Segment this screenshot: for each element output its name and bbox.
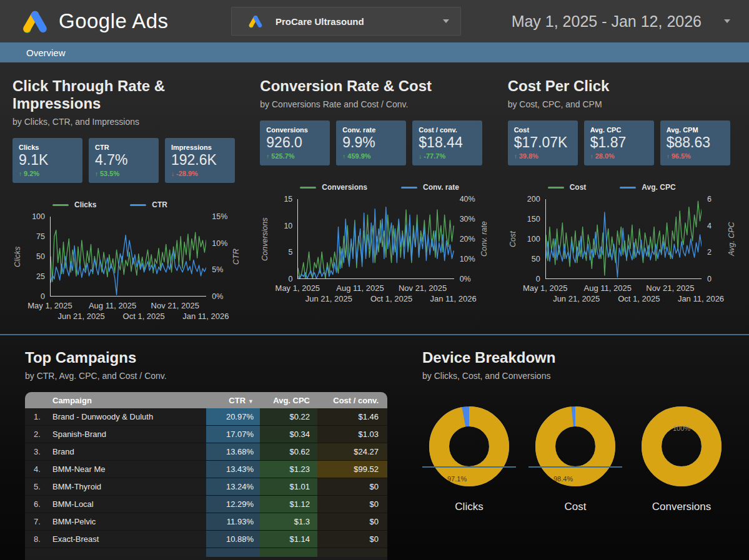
x-axis-tick-label: Aug 11, 2025 — [89, 301, 136, 310]
delta-arrow-icon: ↓ — [419, 153, 422, 160]
table-header-row: Campaign CTR▼ Avg. CPC Cost / conv. — [25, 392, 387, 408]
scorecard-label: Cost — [514, 126, 572, 134]
x-axis-tick-label: Jun 21, 2025 — [57, 312, 104, 321]
row-rank: 1. — [25, 412, 52, 421]
x-axis-tick-label: Nov 21, 2025 — [399, 283, 447, 293]
sort-desc-icon: ▼ — [248, 398, 254, 405]
tab-overview[interactable]: Overview — [26, 47, 66, 58]
x-axis-tick-label: Jun 21, 2025 — [305, 294, 352, 303]
scorecard-value: 192.6K — [171, 152, 229, 169]
left-axis-title: Clicks — [12, 217, 22, 297]
chart-plot-area[interactable] — [297, 199, 454, 279]
table-row[interactable]: 7. BMM-Pelvic 11.93% $1.3 $0 — [25, 513, 387, 531]
scorecards: Cost $17.07K ↑39.8% Avg. CPC $1.87 ↑28.0… — [508, 120, 737, 165]
account-selector[interactable]: ProCare Ultrasound — [231, 7, 461, 36]
scorecard-delta: ↓-28.9% — [171, 170, 229, 177]
section-title: Cost Per Click — [508, 77, 737, 95]
axis-tick-label: 20% — [460, 235, 475, 243]
ctr-column-header[interactable]: CTR▼ — [206, 396, 260, 405]
legend-swatch — [401, 187, 417, 189]
axis-tick-label: 0% — [212, 292, 223, 301]
x-axis-tick-label: May 1, 2025 — [275, 283, 320, 293]
scorecard: Cost $17.07K ↑39.8% — [508, 120, 578, 165]
table-row[interactable]: 5. BMM-Thyroid 13.24% $1.01 $0 — [25, 478, 387, 496]
axis-tick-label: 75 — [36, 232, 45, 241]
table-row[interactable]: 4. BMM-Near Me 13.43% $1.23 $99.52 — [25, 461, 387, 478]
delta-value: 525.7% — [271, 152, 294, 160]
chart-legend: ConversionsConv. rate — [300, 183, 489, 192]
google-ads-logo-icon — [248, 14, 263, 29]
axis-tick-label: 25 — [36, 272, 45, 281]
axis-tick-label: 0 — [536, 275, 540, 283]
axis-tick-label: 200 — [527, 195, 540, 204]
delta-arrow-icon: ↑ — [19, 170, 22, 177]
donut-metric-label: Conversions — [635, 501, 728, 513]
delta-arrow-icon: ↑ — [514, 153, 517, 160]
campaigns-table: Campaign CTR▼ Avg. CPC Cost / conv. 1. B… — [25, 392, 387, 560]
delta-value: 28.0% — [595, 152, 615, 160]
donut-chart: 98.4% Cost — [528, 400, 622, 513]
right-axis-title: Conv. rate — [479, 199, 489, 279]
left-axis-ticks: 151050 — [270, 199, 297, 279]
donut-plot[interactable]: 97.1% — [422, 400, 516, 493]
table-row[interactable]: 2. Spanish-Brand 17.07% $0.34 $1.03 — [25, 426, 387, 443]
right-axis-ticks: 15%10%5%0% — [206, 217, 231, 297]
scorecard-value: $18.44 — [419, 134, 476, 151]
scorecard-value: $88.63 — [667, 134, 724, 151]
section-subtitle: by CTR, Avg. CPC, and Cost / Conv. — [25, 371, 387, 381]
chevron-down-icon — [443, 19, 449, 23]
scorecards: Conversions 926.0 ↑525.7% Conv. rate 9.9… — [260, 120, 489, 165]
axis-tick-label: 15% — [212, 212, 227, 221]
table-row[interactable]: 3. Brand 13.68% $0.62 $24.27 — [25, 443, 387, 461]
scorecard: Avg. CPC $1.87 ↑28.0% — [584, 120, 654, 165]
date-range-selector[interactable]: May 1, 2025 - Jan 12, 2026 — [512, 12, 730, 31]
table-row[interactable]: 6. BMM-Local 12.29% $1.12 $0 — [25, 496, 387, 513]
cpc-cell: $1.12 — [260, 496, 317, 513]
scorecard-label: Avg. CPM — [667, 126, 724, 134]
metric-sections: Click Through Rate & Impressions by Clic… — [12, 71, 737, 323]
donut-plot[interactable]: 98.4% — [528, 400, 622, 493]
axis-tick-label: 2 — [707, 248, 712, 257]
legend-item: Clicks — [52, 200, 96, 209]
brand: Google Ads — [21, 7, 231, 35]
scorecard: Conv. rate 9.9% ↑459.9% — [336, 120, 406, 165]
chart-plot-area[interactable] — [545, 199, 702, 279]
campaign-name: BMM-Pelvic — [52, 517, 206, 526]
table-footer: 1 - 48 / 48 — [25, 557, 387, 560]
axis-tick-label: 30% — [460, 215, 475, 224]
cost-conv-column-header[interactable]: Cost / conv. — [317, 396, 387, 405]
section-subtitle: by Clicks, Cost, and Conversions — [422, 371, 728, 381]
donut-chart: 97.1% Clicks — [422, 400, 516, 513]
scorecard-delta: ↓-77.7% — [419, 152, 476, 160]
donut-percent-label: 98.4% — [528, 466, 622, 483]
ctr-cell: 12.29% — [206, 496, 260, 513]
scorecard-label: Conv. rate — [342, 126, 400, 134]
cpc-column-header[interactable]: Avg. CPC — [260, 396, 317, 405]
donut-plot[interactable]: 100% — [635, 400, 728, 493]
scorecard-delta: ↑459.9% — [342, 152, 400, 160]
campaign-column-header[interactable]: Campaign — [52, 396, 206, 405]
delta-arrow-icon: ↑ — [95, 170, 98, 177]
campaign-name: BMM-Thyroid — [52, 482, 206, 491]
table-row[interactable]: 1. Brand - Dunwoody & Duluth 20.97% $0.2… — [25, 408, 387, 426]
row-rank: 6. — [25, 499, 52, 509]
scorecard-delta: ↑39.8% — [514, 152, 572, 160]
chart-legend: ClicksCTR — [52, 200, 241, 209]
donut-chart: 100% Conversions — [635, 400, 728, 513]
table-row[interactable]: 8. Exact-Breast 10.88% $1.14 $0 — [25, 531, 387, 548]
ctr-cell: 13.68% — [206, 443, 260, 460]
legend-item: CTR — [130, 200, 167, 209]
delta-value: 9.2% — [24, 170, 39, 177]
row-rank: 7. — [25, 517, 52, 526]
delta-value: 459.9% — [347, 152, 370, 160]
legend-swatch — [300, 187, 316, 189]
row-rank: 8. — [25, 534, 52, 544]
page-navbar: Overview — [0, 42, 749, 62]
axis-tick-label: 10 — [284, 222, 292, 230]
delta-value: 53.5% — [100, 170, 119, 177]
chart-plot-area[interactable] — [50, 217, 206, 297]
scorecard-delta: ↑53.5% — [95, 170, 152, 177]
axis-tick-label: 5% — [212, 265, 223, 274]
cost-conv-cell: $1.03 — [317, 426, 387, 443]
scorecard-delta: ↑96.5% — [667, 152, 724, 160]
